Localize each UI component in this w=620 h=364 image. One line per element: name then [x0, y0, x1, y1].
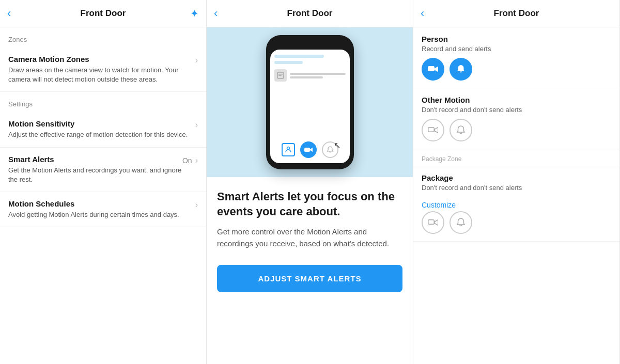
other-motion-alert-item: Other Motion Don't record and don't send… [413, 88, 619, 149]
person-title: Person [422, 35, 611, 43]
phone-bottom-row: ↖ [274, 138, 346, 158]
motion-schedules-title: Motion Schedules [8, 199, 195, 208]
camera-motion-zones-title: Camera Motion Zones [8, 55, 195, 64]
package-buttons [422, 211, 611, 234]
left-panel: ‹ Front Door ✦ Zones Camera Motion Zones… [0, 0, 207, 364]
smart-alerts-desc: Get the Motion Alerts and recordings you… [8, 166, 182, 184]
package-desc: Don't record and don't send alerts [422, 184, 611, 192]
right-back-button[interactable]: ‹ [421, 7, 424, 20]
other-motion-buttons [422, 119, 611, 141]
svg-point-3 [287, 147, 289, 150]
package-record-button[interactable] [422, 211, 444, 234]
phone-camera-btn [300, 141, 317, 158]
right-header: ‹ Front Door [413, 0, 619, 27]
camera-motion-zones-desc: Draw areas on the camera view to watch f… [8, 66, 195, 84]
motion-sensitivity-desc: Adjust the effective range of motion det… [8, 130, 195, 139]
package-title: Package [422, 173, 611, 182]
chevron-icon: › [195, 120, 198, 130]
right-panel-title: Front Door [494, 8, 539, 19]
phone-content-row [274, 69, 346, 82]
left-back-button[interactable]: ‹ [7, 7, 11, 20]
person-alert-item: Person Record and send alerts [413, 27, 619, 88]
motion-schedules-item[interactable]: Motion Schedules Avoid getting Motion Al… [0, 192, 206, 227]
person-alert-button[interactable] [450, 58, 472, 81]
svg-rect-4 [304, 148, 310, 152]
motion-sensitivity-title: Motion Sensitivity [8, 119, 195, 128]
person-detect-icon [282, 143, 295, 156]
chevron-icon: › [195, 200, 198, 210]
person-buttons [422, 58, 611, 81]
smart-alerts-desc: Get more control over the Motion Alerts … [217, 226, 402, 249]
middle-back-button[interactable]: ‹ [214, 7, 218, 20]
left-panel-title: Front Door [81, 8, 126, 19]
smart-alerts-item[interactable]: Smart Alerts Get the Motion Alerts and r… [0, 148, 206, 192]
middle-header: ‹ Front Door [207, 0, 413, 27]
chevron-icon: › [195, 156, 198, 165]
phone-bar-2 [274, 61, 303, 64]
camera-motion-zones-item[interactable]: Camera Motion Zones Draw areas on the ca… [0, 48, 206, 92]
package-alert-item: Package Don't record and don't send aler… [413, 166, 619, 242]
other-motion-desc: Don't record and don't send alerts [422, 106, 611, 114]
svg-rect-6 [428, 128, 435, 132]
phone-mockup: ↖ [266, 35, 354, 169]
person-desc: Record and send alerts [422, 45, 611, 53]
middle-content: Smart Alerts let you focus on the events… [207, 177, 413, 305]
package-alert-button[interactable] [450, 211, 472, 234]
motion-schedules-desc: Avoid getting Motion Alerts during certa… [8, 210, 195, 219]
left-content: Zones Camera Motion Zones Draw areas on … [0, 27, 206, 227]
other-motion-record-button[interactable] [422, 119, 444, 141]
adjust-smart-alerts-button[interactable]: ADJUST SMART ALERTS [217, 265, 402, 292]
other-motion-alert-button[interactable] [450, 119, 472, 141]
chevron-icon: › [195, 56, 198, 65]
person-record-button[interactable] [422, 58, 444, 81]
smart-alerts-title: Smart Alerts [8, 155, 182, 164]
middle-panel-title: Front Door [287, 8, 333, 19]
middle-panel: ‹ Front Door [207, 0, 413, 364]
section-label-zones: Zones [0, 27, 206, 48]
section-label-settings: Settings [0, 92, 206, 112]
phone-bar-1 [274, 55, 324, 58]
svg-rect-7 [428, 220, 435, 225]
phone-lines [290, 73, 346, 78]
smart-alerts-badge: On [182, 156, 192, 165]
package-zone-label: Package Zone [413, 149, 619, 166]
phone-illustration: ↖ [207, 27, 413, 177]
cursor-arrow: ↖ [334, 140, 340, 150]
phone-screen: ↖ [270, 50, 350, 163]
svg-rect-5 [428, 66, 435, 71]
phone-list-icon [274, 69, 287, 82]
other-motion-title: Other Motion [422, 96, 611, 104]
right-panel: ‹ Front Door Person Record and send aler… [413, 0, 620, 364]
left-header: ‹ Front Door ✦ [0, 0, 206, 27]
magic-icon[interactable]: ✦ [190, 7, 199, 20]
customize-link[interactable]: Customize [422, 197, 611, 211]
phone-notch [297, 41, 323, 46]
motion-sensitivity-item[interactable]: Motion Sensitivity Adjust the effective … [0, 112, 206, 147]
smart-alerts-heading: Smart Alerts let you focus on the events… [217, 189, 402, 219]
